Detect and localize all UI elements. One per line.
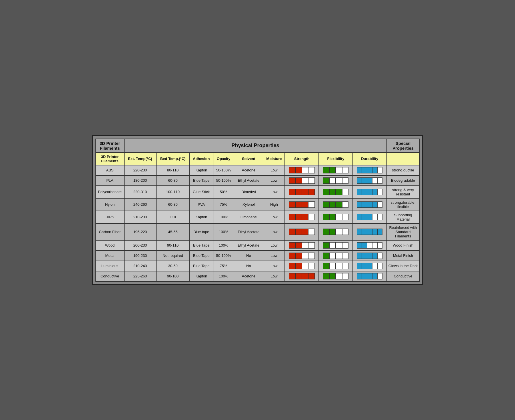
col-ext-temp: Ext. Temp(°C) (124, 153, 156, 165)
cell-special: strong,ductile (387, 165, 420, 175)
cell-special: Supporting Material (387, 211, 420, 223)
cell-strength (285, 223, 319, 240)
flexibility-bar (323, 273, 348, 279)
strength-bar (289, 214, 315, 220)
cell-adhesion: PVA (190, 198, 213, 211)
durability-bar (357, 177, 382, 184)
cell-ext-temp: 220-310 (124, 186, 156, 198)
cell-filament: ABS (96, 165, 124, 175)
cell-opacity: 50% (213, 186, 234, 198)
col-flexibility: Flexibility (319, 153, 353, 165)
cell-opacity: 50-100% (213, 165, 234, 175)
cell-filament: Carbon Fiber (96, 223, 124, 240)
col-durability: Durability (353, 153, 387, 165)
cell-ext-temp: 225-260 (124, 271, 156, 281)
header-filament-title: 3D Printer Filaments (96, 139, 124, 153)
cell-moisture: Low (263, 175, 285, 186)
col-bed-temp: Bed Temp.(°C) (156, 153, 190, 165)
table-row: Conductive 225-260 90-100 Kapton 100% Ac… (96, 271, 420, 281)
cell-adhesion: Kapton (190, 165, 213, 175)
durability-bar (357, 263, 382, 269)
cell-durability (353, 175, 387, 186)
table-row: HIPS 210-230 110 Kapton 100% Limonene Lo… (96, 211, 420, 223)
cell-opacity: 75% (213, 198, 234, 211)
col-special (387, 153, 420, 165)
cell-strength (285, 211, 319, 223)
table-row: Metal 190-230 Not required Blue Tape 50-… (96, 251, 420, 261)
header-physical-title: Physical Properties (124, 139, 387, 153)
cell-opacity: 50-100% (213, 251, 234, 261)
cell-moisture: Low (263, 186, 285, 198)
strength-bar (289, 229, 315, 235)
col-moisture: Moisture (263, 153, 285, 165)
cell-solvent: Acetone (234, 271, 263, 281)
cell-flexibility (319, 271, 353, 281)
flexibility-bar (323, 201, 348, 208)
cell-bed-temp: 110 (156, 211, 190, 223)
table-row: Nylon 240-260 60-80 PVA 75% Xylenol High… (96, 198, 420, 211)
cell-bed-temp: Not required (156, 251, 190, 261)
cell-solvent: Limonene (234, 211, 263, 223)
cell-moisture: Low (263, 223, 285, 240)
cell-strength (285, 240, 319, 251)
table-row: PLA 180-200 60-80 Blue Tape 50-100% Ethy… (96, 175, 420, 186)
cell-solvent: No (234, 261, 263, 271)
table-container: 3D Printer Filaments Physical Properties… (92, 135, 423, 285)
cell-moisture: High (263, 198, 285, 211)
cell-flexibility (319, 240, 353, 251)
cell-opacity: 100% (213, 223, 234, 240)
cell-flexibility (319, 198, 353, 211)
cell-durability (353, 198, 387, 211)
cell-special: Reainforced with Standard Filaments (387, 223, 420, 240)
cell-strength (285, 198, 319, 211)
cell-opacity: 100% (213, 211, 234, 223)
cell-strength (285, 251, 319, 261)
cell-ext-temp: 180-200 (124, 175, 156, 186)
cell-bed-temp: 45-55 (156, 223, 190, 240)
cell-special: Metal Finish (387, 251, 420, 261)
cell-durability (353, 223, 387, 240)
main-header-row: 3D Printer Filaments Physical Properties… (96, 139, 420, 153)
cell-bed-temp: 30-50 (156, 261, 190, 271)
cell-ext-temp: 190-230 (124, 251, 156, 261)
cell-filament: HIPS (96, 211, 124, 223)
cell-bed-temp: 60-80 (156, 198, 190, 211)
cell-special: Conductive (387, 271, 420, 281)
strength-bar (289, 201, 315, 208)
flexibility-bar (323, 189, 348, 195)
cell-adhesion: Glue Stick (190, 186, 213, 198)
cell-ext-temp: 195-220 (124, 223, 156, 240)
cell-strength (285, 186, 319, 198)
flexibility-bar (323, 229, 348, 235)
cell-durability (353, 271, 387, 281)
cell-filament: Nylon (96, 198, 124, 211)
cell-adhesion: Blue tape (190, 223, 213, 240)
cell-special: strong,durable, flexible (387, 198, 420, 211)
cell-flexibility (319, 186, 353, 198)
cell-durability (353, 186, 387, 198)
strength-bar (289, 167, 315, 173)
cell-special: Glows in the Dark (387, 261, 420, 271)
cell-durability (353, 251, 387, 261)
flexibility-bar (323, 167, 348, 173)
cell-solvent: Acetone (234, 165, 263, 175)
cell-solvent: Dimethyl (234, 186, 263, 198)
cell-ext-temp: 210-240 (124, 261, 156, 271)
cell-ext-temp: 240-260 (124, 198, 156, 211)
cell-durability (353, 240, 387, 251)
durability-bar (357, 189, 382, 195)
cell-flexibility (319, 261, 353, 271)
cell-bed-temp: 60-80 (156, 175, 190, 186)
cell-opacity: 100% (213, 271, 234, 281)
cell-durability (353, 211, 387, 223)
cell-filament: PLA (96, 175, 124, 186)
strength-bar (289, 273, 315, 279)
cell-filament: Polycarbonate (96, 186, 124, 198)
cell-solvent: Ethyl Acetate (234, 175, 263, 186)
cell-filament: Luminious (96, 261, 124, 271)
cell-bed-temp: 100-110 (156, 186, 190, 198)
cell-strength (285, 261, 319, 271)
col-filament: 3D Printer Filaments (96, 153, 124, 165)
cell-solvent: No (234, 251, 263, 261)
cell-durability (353, 261, 387, 271)
